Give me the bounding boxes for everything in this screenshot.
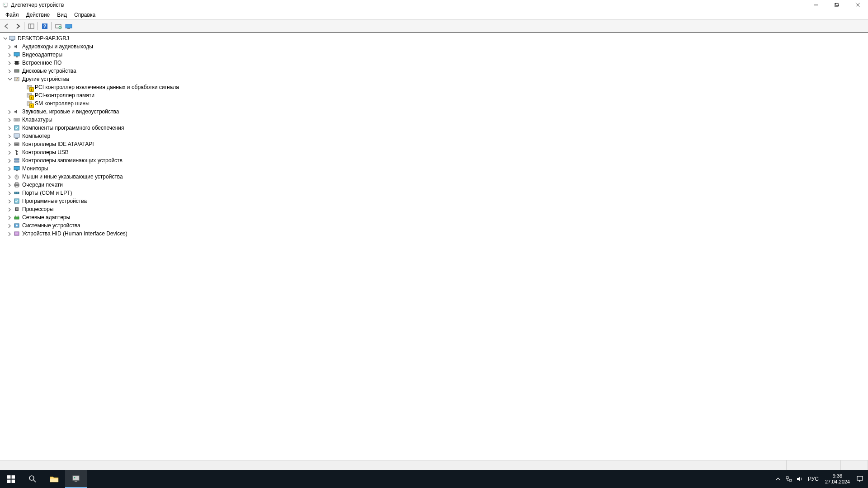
sw-icon	[13, 124, 20, 131]
svg-rect-76	[75, 481, 77, 482]
expand-icon[interactable]	[7, 44, 12, 49]
toolbar-separator	[24, 22, 24, 30]
tree-category-label: Сетевые адаптеры	[22, 214, 70, 221]
svg-rect-60	[14, 217, 19, 219]
expand-icon[interactable]	[7, 52, 12, 57]
volume-icon[interactable]	[794, 470, 805, 488]
tree-category-label: Компоненты программного обеспечения	[22, 125, 124, 131]
tree-category-monitors[interactable]: Мониторы	[0, 164, 868, 173]
svg-rect-78	[786, 477, 788, 479]
expand-icon[interactable]	[7, 117, 12, 122]
expand-icon[interactable]	[7, 223, 12, 228]
tree-device-item[interactable]: ?!PCI контроллер извлечения данных и обр…	[0, 83, 868, 91]
forward-button[interactable]	[12, 21, 23, 31]
expand-icon[interactable]	[7, 174, 12, 179]
close-button[interactable]	[847, 0, 868, 10]
tree-category-cpu[interactable]: Процессоры	[0, 205, 868, 213]
tree-category-softwaredevices[interactable]: Программные устройства	[0, 197, 868, 205]
expand-icon[interactable]	[7, 109, 12, 114]
menu-help[interactable]: Справка	[71, 11, 99, 19]
tree-root-node[interactable]: DESKTOP-9APJGRJ	[0, 34, 868, 42]
menu-view[interactable]: Вид	[53, 11, 71, 19]
help-button[interactable]: ?	[39, 21, 50, 31]
expand-icon[interactable]	[7, 141, 12, 147]
titlebar: Диспетчер устройств	[0, 0, 868, 10]
expand-icon[interactable]	[7, 68, 12, 74]
expand-icon[interactable]	[7, 125, 12, 131]
other-icon: ?	[13, 75, 20, 83]
device-tree[interactable]: DESKTOP-9APJGRJАудиовходы и аудиовыходыВ…	[0, 33, 868, 460]
search-button[interactable]	[22, 470, 43, 488]
tree-category-audio[interactable]: Аудиовходы и аудиовыходы	[0, 42, 868, 51]
svg-point-72	[29, 476, 34, 480]
tree-category-ports[interactable]: Порты (COM и LPT)	[0, 189, 868, 197]
expand-icon[interactable]	[7, 166, 12, 171]
start-button[interactable]	[0, 470, 22, 488]
show-hide-console-button[interactable]	[26, 21, 36, 31]
tree-category-storage[interactable]: Контроллеры запоминающих устройств	[0, 156, 868, 164]
tree-category-keyboard[interactable]: Клавиатуры	[0, 116, 868, 124]
svg-rect-54	[14, 192, 19, 194]
tree-category-display[interactable]: Видеоадаптеры	[0, 51, 868, 59]
tree-category-label: Встроенное ПО	[22, 60, 61, 66]
tree-category-system[interactable]: Системные устройства	[0, 221, 868, 230]
tree-device-item[interactable]: ?!SM контроллер шины	[0, 99, 868, 108]
expand-icon[interactable]	[7, 158, 12, 163]
tree-category-usb[interactable]: Контроллеры USB	[0, 148, 868, 156]
svg-rect-53	[15, 186, 18, 187]
tree-category-label: Звуковые, игровые и видеоустройства	[22, 108, 119, 115]
maximize-button[interactable]	[826, 0, 847, 10]
expand-icon[interactable]	[7, 182, 12, 188]
tree-category-ide[interactable]: Контроллеры IDE ATA/ATAPI	[0, 140, 868, 148]
tree-category-software[interactable]: Компоненты программного обеспечения	[0, 124, 868, 132]
audio-icon	[13, 108, 20, 115]
expand-icon[interactable]	[7, 198, 12, 204]
svg-rect-45	[14, 159, 19, 160]
svg-rect-20	[15, 61, 19, 65]
expand-icon[interactable]	[7, 60, 12, 66]
expand-icon[interactable]	[7, 190, 12, 196]
network-icon[interactable]	[783, 470, 794, 488]
svg-rect-66	[15, 233, 18, 233]
expand-icon[interactable]	[7, 133, 12, 139]
sw-icon	[13, 197, 20, 205]
expand-icon[interactable]	[2, 36, 8, 41]
expand-icon[interactable]	[7, 206, 12, 212]
keyboard-icon	[13, 116, 20, 123]
language-indicator[interactable]: РУС	[805, 476, 821, 482]
print-icon	[13, 181, 20, 188]
file-explorer-button[interactable]	[43, 470, 65, 488]
taskbar: РУС 9:36 27.04.2024	[0, 470, 868, 488]
svg-point-56	[17, 192, 18, 193]
back-button[interactable]	[1, 21, 12, 31]
minimize-button[interactable]	[806, 0, 826, 10]
expand-icon[interactable]	[7, 215, 12, 220]
tray-chevron-icon[interactable]	[773, 470, 783, 488]
clock-date: 27.04.2024	[825, 479, 850, 485]
clock[interactable]: 9:36 27.04.2024	[821, 473, 854, 485]
device-manager-taskbar-button[interactable]	[65, 470, 87, 488]
scan-button[interactable]	[64, 21, 74, 31]
tree-category-label: Компьютер	[22, 133, 50, 139]
tree-category-printqueue[interactable]: Очереди печати	[0, 181, 868, 189]
tree-category-label: Мониторы	[22, 165, 48, 172]
tree-category-other[interactable]: ?Другие устройства	[0, 75, 868, 83]
tree-category-firmware[interactable]: Встроенное ПО	[0, 59, 868, 67]
menu-action[interactable]: Действие	[23, 11, 54, 19]
tree-device-item[interactable]: ?!PCI-контроллер памяти	[0, 91, 868, 99]
tree-root-label: DESKTOP-9APJGRJ	[18, 35, 69, 42]
menu-file[interactable]: Файл	[2, 11, 23, 19]
expand-icon[interactable]	[7, 76, 12, 82]
tree-category-mice[interactable]: Мыши и иные указывающие устройства	[0, 173, 868, 181]
scan-hardware-button[interactable]	[53, 21, 63, 31]
expand-icon[interactable]	[7, 231, 12, 236]
tree-category-network[interactable]: Сетевые адаптеры	[0, 213, 868, 221]
tree-category-computer[interactable]: Компьютер	[0, 132, 868, 140]
expand-icon[interactable]	[7, 150, 12, 155]
tree-category-hid[interactable]: Устройства HID (Human Interface Devices)	[0, 230, 868, 238]
tree-category-disk[interactable]: Дисковые устройства	[0, 67, 868, 75]
app-icon	[2, 1, 9, 9]
system-tray: РУС 9:36 27.04.2024	[773, 470, 868, 488]
tree-category-sound[interactable]: Звуковые, игровые и видеоустройства	[0, 108, 868, 116]
action-center-icon[interactable]	[854, 470, 866, 488]
